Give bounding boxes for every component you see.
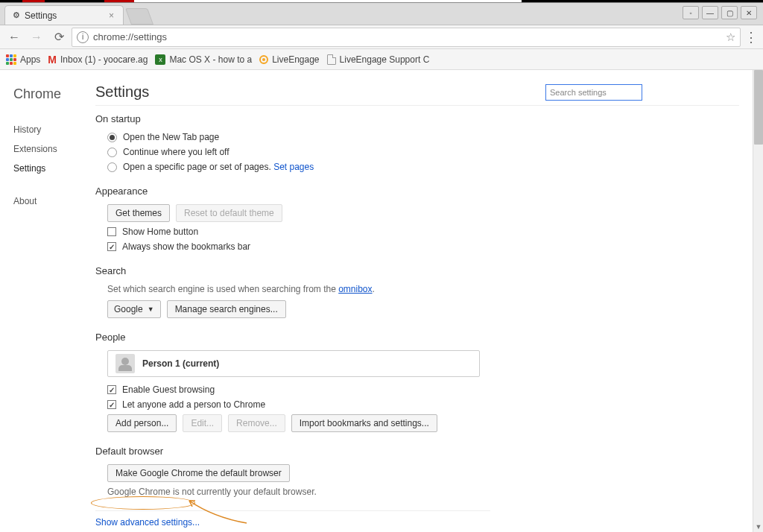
option-label: Show Home button [122,227,198,237]
reset-theme-button: Reset to default theme [176,204,282,222]
settings-main: Settings On startup Open the New Tab pag… [95,83,739,528]
minimize-button[interactable]: — [702,6,718,19]
omnibox-url: chrome://settings [93,31,167,42]
always-show-bookmarks-checkbox[interactable]: Always show the bookmarks bar [107,241,602,252]
apps-shortcut[interactable]: Apps [6,54,40,65]
page-title: Settings [95,83,149,101]
edit-person-button: Edit... [183,414,222,432]
desc-text: Set which search engine is used when sea… [107,284,338,294]
remove-person-button: Remove... [228,414,285,432]
desc-text: . [373,284,375,294]
bookmark-liveengage-support[interactable]: LiveEngage Support C [327,54,430,65]
sidebar-item-about[interactable]: About [13,191,95,211]
avatar-icon [115,354,135,373]
close-window-button[interactable]: ✕ [741,6,757,19]
back-button[interactable]: ← [4,28,24,47]
bookmark-macosx[interactable]: x Mac OS X - how to a [155,54,252,65]
bookmark-label: LiveEngage Support C [340,54,430,65]
bookmark-bar: Apps M Inbox (1) - yoocare.ag x Mac OS X… [0,49,763,70]
section-title: Default browser [95,446,602,457]
make-default-browser-button[interactable]: Make Google Chrome the default browser [107,464,290,482]
chrome-menu-button[interactable]: ⋮ [744,29,759,45]
section-title: On startup [95,113,602,124]
scroll-down-button[interactable]: ▼ [754,522,763,532]
apps-icon [6,54,16,65]
tab-settings[interactable]: ⚙ Settings × [4,5,124,25]
option-label: Open the New Tab page [123,132,219,142]
bookmark-label: LiveEngage [272,54,319,65]
bookmark-inbox[interactable]: M Inbox (1) - yoocare.ag [48,54,148,66]
search-settings-input[interactable] [545,84,642,101]
omnibox[interactable]: i chrome://settings ☆ [72,28,741,47]
startup-option-continue[interactable]: Continue where you left off [107,147,602,157]
bookmark-label: Inbox (1) - yoocare.ag [60,54,148,65]
section-title: People [95,332,602,343]
user-icon[interactable]: ◦ [683,6,699,19]
bookmark-label: Mac OS X - how to a [169,54,252,65]
startup-option-newtab[interactable]: Open the New Tab page [107,132,602,142]
divider [95,510,490,511]
import-bookmarks-button[interactable]: Import bookmarks and settings... [291,414,437,432]
current-person-card[interactable]: Person 1 (current) [107,350,480,377]
anyone-add-person-checkbox[interactable]: Let anyone add a person to Chrome [107,399,602,410]
apps-label: Apps [20,54,40,65]
sidebar-item-settings[interactable]: Settings [0,159,95,178]
search-engine-dropdown[interactable]: Google ▼ [107,300,161,318]
tab-strip: ⚙ Settings × [0,2,151,25]
maximize-button[interactable]: ▢ [721,6,738,19]
option-label: Always show the bookmarks bar [122,241,250,252]
section-title: Appearance [95,186,602,197]
section-people: People Person 1 (current) Enable Guest b… [95,332,602,432]
page-content: Chrome History Extensions Settings About… [0,70,753,532]
site-info-icon[interactable]: i [77,31,89,43]
forward-button: → [27,28,46,47]
window-controls: ◦ — ▢ ✕ [683,6,757,19]
checkbox-icon[interactable] [107,400,116,409]
section-title: Search [95,265,602,276]
dropdown-value: Google [114,304,143,314]
get-themes-button[interactable]: Get themes [107,204,170,222]
show-advanced-settings-link[interactable]: Show advanced settings... [95,517,739,528]
radio-icon[interactable] [107,162,117,172]
sidebar-item-history[interactable]: History [13,120,95,139]
checkbox-icon[interactable] [107,242,116,251]
radio-icon[interactable] [107,148,117,157]
sidebar-item-extensions[interactable]: Extensions [13,139,95,159]
default-browser-status: Google Chrome is not currently your defa… [107,487,602,497]
chevron-down-icon: ▼ [148,305,154,313]
gmail-icon: M [48,54,57,66]
section-default-browser: Default browser Make Google Chrome the d… [95,446,602,497]
omnibox-link[interactable]: omnibox [338,284,372,294]
vertical-scrollbar[interactable]: ▲ ▼ [753,70,763,532]
section-search: Search Set which search engine is used w… [95,265,602,318]
checkbox-icon[interactable] [107,227,116,236]
reload-button[interactable]: ⟳ [49,28,69,47]
checkbox-icon[interactable] [107,385,116,394]
bookmark-liveengage[interactable]: LiveEngage [259,54,319,65]
radio-icon[interactable] [107,133,117,142]
scroll-thumb[interactable] [754,70,763,145]
startup-option-specific[interactable]: Open a specific page or set of pages. Se… [107,162,602,172]
guest-browsing-checkbox[interactable]: Enable Guest browsing [107,384,602,395]
section-appearance: Appearance Get themes Reset to default t… [95,186,602,252]
window-title-bar: ⚙ Settings × ◦ — ▢ ✕ [0,3,763,25]
show-home-checkbox[interactable]: Show Home button [107,227,602,237]
option-label: Open a specific page or set of pages. [123,162,273,172]
section-startup: On startup Open the New Tab page Continu… [95,113,602,172]
close-icon[interactable]: × [107,10,115,21]
set-pages-link[interactable]: Set pages [273,162,314,172]
browser-toolbar: ← → ⟳ i chrome://settings ☆ ⋮ [0,25,763,49]
search-description: Set which search engine is used when sea… [107,284,602,294]
gear-icon: ⚙ [13,10,20,20]
site-icon: x [155,54,165,65]
manage-search-engines-button[interactable]: Manage search engines... [167,300,286,318]
brand-title: Chrome [13,86,95,102]
site-icon [259,55,268,64]
new-tab-button[interactable] [125,8,153,25]
bookmark-star-icon[interactable]: ☆ [726,31,735,44]
add-person-button[interactable]: Add person... [107,414,177,432]
option-label: Enable Guest browsing [122,384,215,395]
person-name: Person 1 (current) [142,358,219,369]
page-icon [327,54,336,65]
option-label: Continue where you left off [123,147,229,157]
